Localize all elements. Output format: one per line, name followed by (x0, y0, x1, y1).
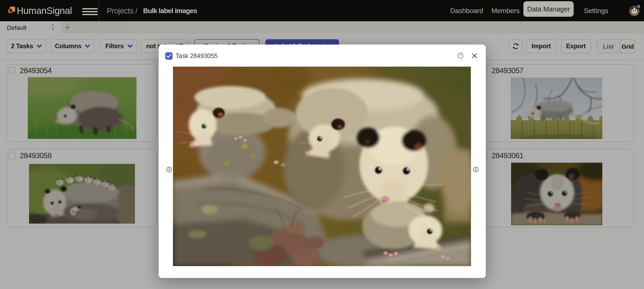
svg-text:?: ? (460, 54, 461, 58)
